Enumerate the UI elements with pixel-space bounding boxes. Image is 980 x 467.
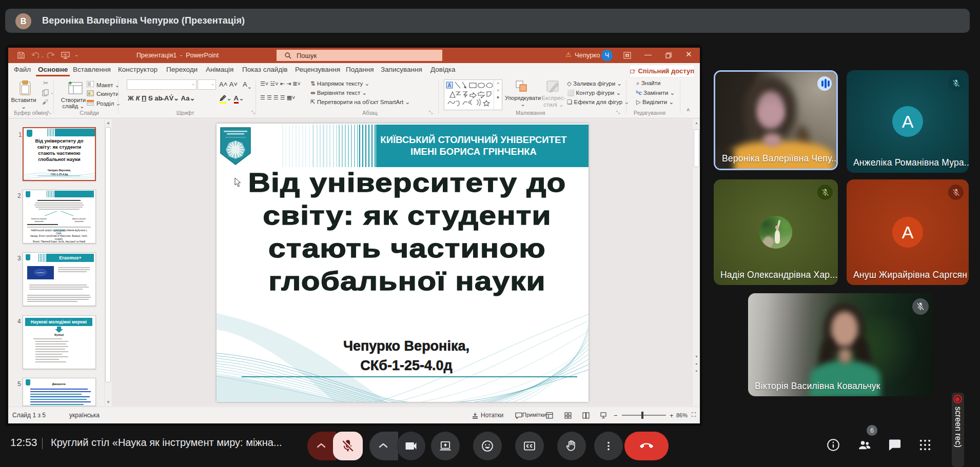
svg-text:А: А <box>447 83 451 88</box>
